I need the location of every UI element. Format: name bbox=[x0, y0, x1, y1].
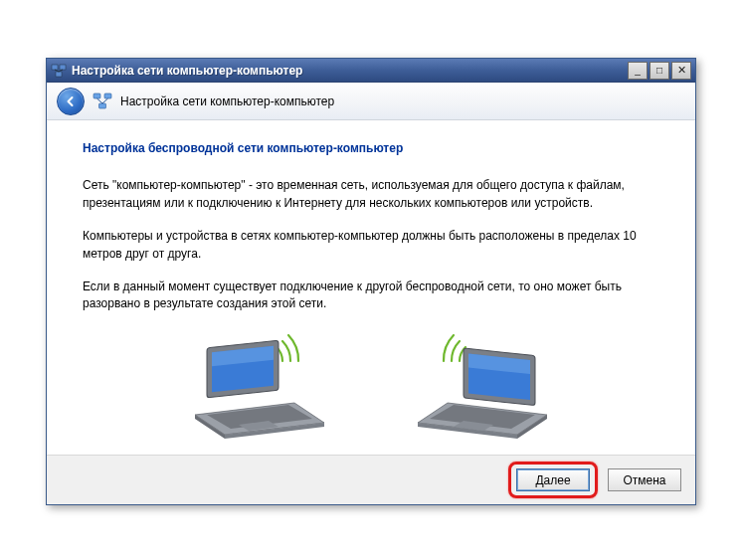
svg-rect-6 bbox=[104, 93, 111, 98]
paragraph-2: Компьютеры и устройства в сетях компьюте… bbox=[83, 228, 659, 263]
svg-line-3 bbox=[55, 70, 59, 72]
paragraph-1: Сеть "компьютер-компьютер" - это временн… bbox=[83, 177, 659, 212]
minimize-button[interactable]: _ bbox=[628, 62, 648, 80]
content-area: Настройка беспроводной сети компьютер-ко… bbox=[47, 120, 695, 444]
cancel-button[interactable]: Отмена bbox=[608, 468, 681, 491]
svg-line-8 bbox=[97, 98, 103, 103]
wizard-window: Настройка сети компьютер-компьютер _ □ ✕… bbox=[46, 58, 696, 505]
laptop-right-icon bbox=[416, 329, 565, 444]
page-heading: Настройка беспроводной сети компьютер-ко… bbox=[83, 140, 659, 157]
svg-rect-2 bbox=[56, 72, 62, 77]
close-button[interactable]: ✕ bbox=[671, 62, 691, 80]
header-title: Настройка сети компьютер-компьютер bbox=[120, 94, 334, 108]
svg-rect-1 bbox=[60, 65, 66, 70]
window-title: Настройка сети компьютер-компьютер bbox=[72, 64, 628, 78]
maximize-button[interactable]: □ bbox=[650, 62, 669, 80]
highlight-annotation: Далее bbox=[508, 462, 598, 498]
laptop-left-icon bbox=[177, 329, 326, 444]
titlebar: Настройка сети компьютер-компьютер _ □ ✕ bbox=[47, 59, 695, 83]
network-icon bbox=[93, 93, 112, 110]
svg-rect-0 bbox=[52, 65, 58, 70]
window-controls: _ □ ✕ bbox=[628, 62, 691, 80]
back-button[interactable] bbox=[57, 88, 85, 115]
next-button[interactable]: Далее bbox=[516, 468, 590, 491]
header-strip: Настройка сети компьютер-компьютер bbox=[47, 83, 695, 120]
svg-rect-7 bbox=[99, 103, 106, 108]
footer: Далее Отмена bbox=[47, 455, 695, 504]
app-icon bbox=[51, 63, 67, 79]
svg-line-9 bbox=[102, 98, 108, 103]
illustration bbox=[83, 329, 659, 444]
svg-line-4 bbox=[59, 70, 63, 72]
svg-rect-5 bbox=[93, 93, 100, 98]
paragraph-3: Если в данный момент существует подключе… bbox=[83, 279, 659, 313]
